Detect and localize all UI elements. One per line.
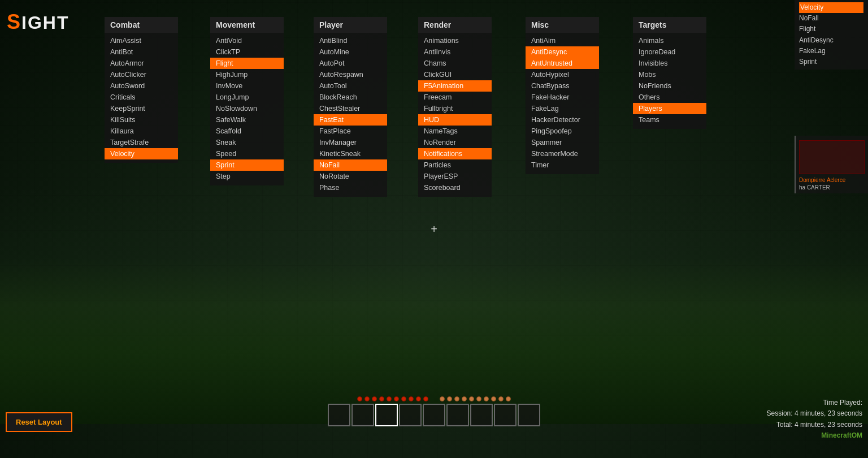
combat-aimassist[interactable]: AimAssist	[105, 35, 178, 46]
render-f5animation[interactable]: F5Animation	[418, 80, 492, 92]
misc-spammer[interactable]: Spammer	[526, 137, 599, 148]
player-norotate[interactable]: NoRotate	[314, 171, 387, 182]
movement-longjump[interactable]: LongJump	[210, 92, 284, 103]
combat-criticals[interactable]: Criticals	[105, 92, 178, 103]
combat-autoclicker[interactable]: AutoClicker	[105, 69, 178, 80]
player-entry-1: Dompierre Aclerce	[796, 176, 868, 184]
targets-players[interactable]: Players	[633, 103, 706, 114]
food-pip-9	[498, 396, 504, 401]
targets-mobs[interactable]: Mobs	[633, 69, 706, 80]
player-automine[interactable]: AutoMine	[314, 46, 387, 58]
health-pip-5	[387, 396, 392, 401]
hotbar-slot-7	[470, 404, 493, 426]
module-flight: Flight	[799, 24, 863, 34]
targets-panel: Targets Animals IgnoreDead Invisibles Mo…	[633, 17, 706, 129]
player-blockreach[interactable]: BlockReach	[314, 92, 387, 103]
movement-clicktp[interactable]: ClickTP	[210, 46, 284, 58]
movement-invmove[interactable]: InvMove	[210, 80, 284, 92]
render-freecam[interactable]: Freecam	[418, 92, 492, 103]
movement-sprint[interactable]: Sprint	[210, 159, 284, 171]
render-particles[interactable]: Particles	[418, 159, 492, 171]
misc-pingspoofер[interactable]: PingSpoofер	[526, 126, 599, 137]
render-animations[interactable]: Animations	[418, 35, 492, 46]
food-pip-2	[447, 396, 452, 401]
movement-highjump[interactable]: HighJump	[210, 69, 284, 80]
render-scoreboard[interactable]: Scoreboard	[418, 182, 492, 193]
player-cheststealer[interactable]: ChestStealer	[314, 103, 387, 114]
misc-timer[interactable]: Timer	[526, 159, 599, 171]
movement-step[interactable]: Step	[210, 171, 284, 182]
health-pip-1	[357, 396, 362, 401]
module-antidesync: AntiDesync	[799, 35, 863, 46]
player-autorespawn[interactable]: AutoRespawn	[314, 69, 387, 80]
combat-killaura[interactable]: Killaura	[105, 126, 178, 137]
player-autotool[interactable]: AutoTool	[314, 80, 387, 92]
hotbar-slot-2	[351, 404, 374, 426]
player-antiblind[interactable]: AntiBlind	[314, 35, 387, 46]
render-norender[interactable]: NoRender	[418, 137, 492, 148]
movement-antivoid[interactable]: AntiVoid	[210, 35, 284, 46]
movement-flight[interactable]: Flight	[210, 58, 284, 69]
logo-s: S	[7, 10, 21, 33]
combat-panel: Combat AimAssist AntiBot AutoArmor AutoC…	[105, 17, 178, 163]
hotbar-slot-9	[518, 404, 540, 426]
stats-panel: Time Played: Session: 4 minutes, 23 seco…	[767, 397, 862, 441]
food-pip-1	[440, 396, 445, 401]
health-pip-3	[372, 396, 377, 401]
misc-hackerdetector[interactable]: HackerDetector	[526, 114, 599, 126]
movement-safewalk[interactable]: SafeWalk	[210, 114, 284, 126]
hotbar-slot-3	[375, 404, 398, 426]
misc-fakelag[interactable]: FakeLag	[526, 103, 599, 114]
food-pip-10	[506, 396, 511, 401]
combat-keepsprint[interactable]: KeepSprint	[105, 103, 178, 114]
misc-streamermode[interactable]: StreamerMode	[526, 148, 599, 159]
combat-antibot[interactable]: AntiBot	[105, 46, 178, 58]
render-hud[interactable]: HUD	[418, 114, 492, 126]
misc-autohypixel[interactable]: AutoHypixel	[526, 69, 599, 80]
combat-killsuits[interactable]: KillSuits	[105, 114, 178, 126]
movement-scaffold[interactable]: Scaffold	[210, 126, 284, 137]
render-clickgui[interactable]: ClickGUI	[418, 69, 492, 80]
movement-sneak[interactable]: Sneak	[210, 137, 284, 148]
render-fullbright[interactable]: Fullbright	[418, 103, 492, 114]
misc-antuntrusted[interactable]: AntUntrusted	[526, 58, 599, 69]
player-invmanager[interactable]: InvManager	[314, 137, 387, 148]
food-pip-8	[491, 396, 496, 401]
reset-layout-button[interactable]: Reset Layout	[6, 412, 72, 432]
targets-animals[interactable]: Animals	[633, 35, 706, 46]
targets-teams[interactable]: Teams	[633, 114, 706, 126]
module-sprint: Sprint	[799, 57, 863, 67]
food-pip-7	[484, 396, 489, 401]
misc-chatbypass[interactable]: ChatBypass	[526, 80, 599, 92]
active-modules-panel: Velocity NoFall Flight AntiDesync FakeLa…	[795, 0, 868, 70]
render-playeresp[interactable]: PlayerESP	[418, 171, 492, 182]
targets-nofriends[interactable]: NoFriends	[633, 80, 706, 92]
hotbar-slot-8	[494, 404, 517, 426]
movement-speed[interactable]: Speed	[210, 148, 284, 159]
movement-noslowdown[interactable]: NoSlowdown	[210, 103, 284, 114]
hotbar-slot-4	[399, 404, 422, 426]
player-phase[interactable]: Phase	[314, 182, 387, 193]
combat-targetstrafe[interactable]: TargetStrafe	[105, 137, 178, 148]
misc-fakehacker[interactable]: FakeHacker	[526, 92, 599, 103]
misc-antiaim[interactable]: AntiAim	[526, 35, 599, 46]
player-kineticsneak[interactable]: KineticSneak	[314, 148, 387, 159]
combat-velocity[interactable]: Velocity	[105, 148, 178, 159]
misc-antidesync[interactable]: AntiDesync	[526, 46, 599, 58]
targets-ignoredead[interactable]: IgnoreDead	[633, 46, 706, 58]
render-notifications[interactable]: Notifications	[418, 148, 492, 159]
player-nofail[interactable]: NoFail	[314, 159, 387, 171]
player-autopot[interactable]: AutoPot	[314, 58, 387, 69]
combat-autoarmor[interactable]: AutoArmor	[105, 58, 178, 69]
render-chams[interactable]: Chams	[418, 58, 492, 69]
targets-others[interactable]: Others	[633, 92, 706, 103]
combat-autosword[interactable]: AutoSword	[105, 80, 178, 92]
render-antiinvis[interactable]: AntiInvis	[418, 46, 492, 58]
health-pip-2	[364, 396, 370, 401]
misc-header: Misc	[526, 17, 599, 33]
render-nametags[interactable]: NameTags	[418, 126, 492, 137]
player-fasteat[interactable]: FastEat	[314, 114, 387, 126]
module-fakelag: FakeLag	[799, 46, 863, 57]
targets-invisibles[interactable]: Invisibles	[633, 58, 706, 69]
player-fastplace[interactable]: FastPlace	[314, 126, 387, 137]
